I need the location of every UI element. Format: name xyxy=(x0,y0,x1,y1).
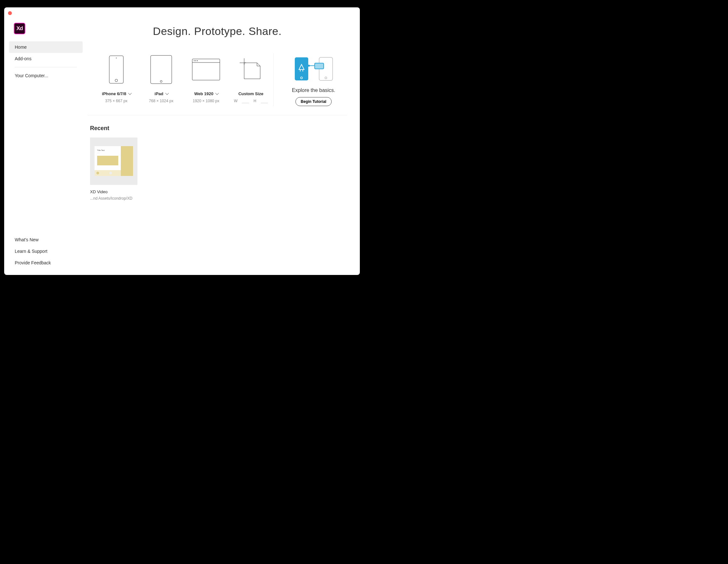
templates-row: iPhone 6/7/8 375 × 667 px iPad xyxy=(87,54,347,115)
chevron-down-icon[interactable] xyxy=(165,91,169,95)
svg-point-8 xyxy=(195,60,196,61)
templates-list: iPhone 6/7/8 375 × 667 px iPad xyxy=(87,54,273,106)
svg-rect-3 xyxy=(151,55,172,84)
recent-file[interactable]: Title Text —— XD Video ...nd Assets/Icon… xyxy=(90,137,137,201)
app-logo: Xd xyxy=(14,23,25,34)
recent-grid: Title Text —— XD Video ...nd Assets/Icon… xyxy=(90,137,347,201)
width-label: W xyxy=(234,99,237,103)
template-dimensions: 768 × 1024 px xyxy=(149,99,173,103)
svg-point-9 xyxy=(197,60,198,61)
hero-title: Design. Prototype. Share. xyxy=(87,25,347,37)
template-web[interactable]: Web 1920 1920 × 1080 px xyxy=(185,54,227,106)
main-content: Design. Prototype. Share. iPhone 6/7/8 xyxy=(87,7,360,275)
height-label: H xyxy=(253,99,256,103)
phone-icon xyxy=(109,55,124,84)
chevron-down-icon[interactable] xyxy=(128,91,132,95)
sidebar-item-addons[interactable]: Add-ons xyxy=(9,53,83,64)
recent-section: Recent Title Text —— XD xyxy=(87,125,347,201)
svg-point-7 xyxy=(194,60,195,61)
template-iphone[interactable]: iPhone 6/7/8 375 × 667 px xyxy=(95,54,137,106)
template-dimensions: 375 × 667 px xyxy=(105,99,128,103)
app-window: Xd Home Add-ons Your Computer... What's … xyxy=(4,7,360,275)
template-name-label: Web 1920 xyxy=(194,91,213,96)
template-custom[interactable]: Custom Size W H xyxy=(230,54,272,106)
template-name-label: iPad xyxy=(154,91,163,96)
width-input[interactable] xyxy=(242,99,249,103)
sidebar-nav: Home Add-ons Your Computer... xyxy=(9,41,83,81)
svg-rect-18 xyxy=(315,63,324,69)
tutorial-title: Explore the basics. xyxy=(292,87,335,93)
template-name-label: iPhone 6/7/8 xyxy=(102,91,126,96)
sidebar-link-learn-support[interactable]: Learn & Support xyxy=(9,245,83,257)
svg-point-4 xyxy=(160,80,162,82)
height-input[interactable] xyxy=(261,99,268,103)
sidebar-bottom: What's New Learn & Support Provide Feedb… xyxy=(9,234,83,275)
recent-file-path: ...nd Assets/Icondrop/XD xyxy=(90,196,137,201)
recent-title: Recent xyxy=(90,125,347,132)
template-dimensions: 1920 × 1080 px xyxy=(193,99,219,103)
recent-thumbnail: Title Text —— xyxy=(90,137,137,185)
divider xyxy=(15,67,77,67)
sidebar-link-feedback[interactable]: Provide Feedback xyxy=(9,257,83,269)
svg-point-1 xyxy=(116,58,117,58)
sidebar-item-home[interactable]: Home xyxy=(9,41,83,53)
svg-point-15 xyxy=(325,77,327,79)
custom-size-icon xyxy=(240,58,262,81)
chevron-down-icon[interactable] xyxy=(215,91,219,95)
browser-icon xyxy=(192,59,220,80)
tutorial-panel: Explore the basics. Begin Tutorial xyxy=(273,54,347,106)
sidebar: Xd Home Add-ons Your Computer... What's … xyxy=(4,7,87,275)
svg-rect-5 xyxy=(192,59,220,80)
svg-point-17 xyxy=(308,65,310,67)
template-name-label: Custom Size xyxy=(238,91,263,96)
tablet-icon xyxy=(150,55,172,84)
sidebar-link-whats-new[interactable]: What's New xyxy=(9,234,83,245)
sidebar-item-your-computer[interactable]: Your Computer... xyxy=(9,70,83,81)
svg-point-2 xyxy=(115,79,118,82)
tutorial-illustration xyxy=(293,56,335,82)
template-ipad[interactable]: iPad 768 × 1024 px xyxy=(140,54,182,106)
begin-tutorial-button[interactable]: Begin Tutorial xyxy=(295,97,332,106)
recent-file-name: XD Video xyxy=(90,189,137,194)
close-window-button[interactable] xyxy=(8,11,12,15)
